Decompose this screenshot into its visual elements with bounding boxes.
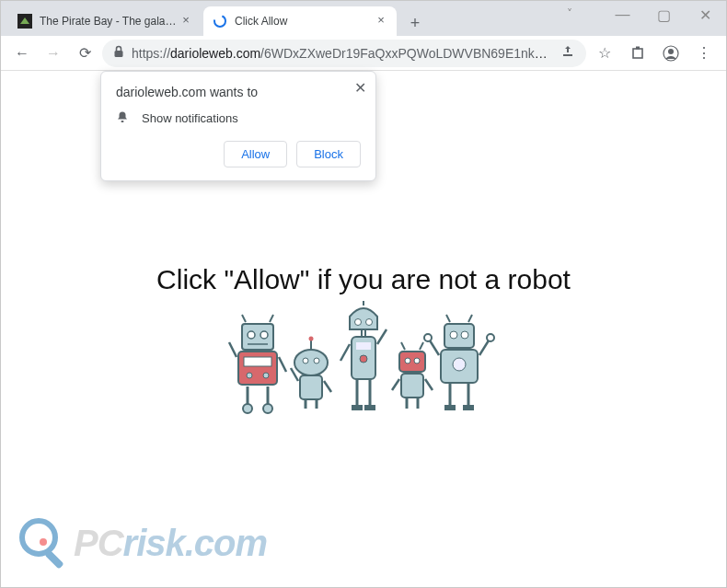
reload-button[interactable]: ⟳ (71, 40, 98, 67)
svg-rect-29 (300, 375, 322, 399)
toolbar-right: ☆ ⋮ (590, 39, 719, 68)
window-controls: — ▢ ✕ (602, 1, 726, 29)
svg-point-7 (668, 49, 674, 54)
svg-line-44 (377, 329, 387, 344)
svg-line-31 (324, 381, 331, 392)
toolbar: ← → ⟳ https://darioleweb.com/6WDxZXweDr1… (1, 36, 726, 71)
share-icon[interactable] (560, 44, 575, 62)
tab-close-button[interactable]: × (179, 15, 192, 28)
svg-line-55 (392, 379, 399, 390)
svg-rect-15 (244, 357, 271, 366)
svg-point-23 (263, 404, 272, 413)
svg-point-9 (248, 331, 255, 339)
svg-line-19 (279, 357, 286, 372)
svg-rect-5 (636, 46, 640, 49)
svg-rect-59 (444, 324, 474, 348)
new-tab-button[interactable]: + (402, 10, 428, 36)
menu-button[interactable]: ⋮ (689, 39, 719, 68)
svg-rect-72 (444, 405, 456, 410)
tab-click-allow[interactable]: Click Allow × (203, 6, 397, 36)
tab-title: The Pirate Bay - The galaxy's mo (40, 15, 179, 28)
tab-pirate-bay[interactable]: The Pirate Bay - The galaxy's mo × (8, 6, 202, 36)
profile-button[interactable] (656, 39, 686, 68)
pirate-favicon-icon (17, 14, 32, 29)
svg-rect-3 (563, 54, 572, 56)
svg-point-50 (405, 358, 410, 363)
notification-permission-popup: ✕ darioleweb.com wants to Show notificat… (100, 71, 376, 181)
bell-icon (116, 110, 131, 126)
spinner-favicon-icon (213, 14, 227, 29)
svg-rect-2 (115, 51, 123, 57)
permission-label: Show notifications (142, 111, 238, 125)
minimize-button[interactable]: — (602, 1, 643, 29)
svg-point-24 (294, 350, 328, 375)
svg-line-13 (270, 315, 273, 322)
tab-close-button[interactable]: × (375, 15, 387, 28)
forward-button[interactable]: → (40, 40, 67, 67)
svg-rect-74 (121, 121, 124, 122)
svg-line-43 (340, 344, 350, 361)
svg-line-52 (401, 342, 405, 350)
robots-illustration-icon (225, 301, 502, 421)
svg-line-12 (242, 315, 246, 322)
tab-search-button[interactable]: ˅ (556, 7, 583, 20)
svg-line-53 (420, 342, 423, 350)
svg-rect-54 (401, 374, 423, 398)
svg-point-69 (487, 334, 494, 341)
scam-headline: Click "Allow" if you are not a robot (1, 264, 726, 295)
svg-rect-48 (364, 405, 375, 410)
popup-close-button[interactable]: ✕ (354, 79, 366, 97)
back-button[interactable]: ← (8, 40, 36, 67)
svg-rect-49 (399, 352, 425, 372)
svg-line-56 (425, 379, 433, 390)
svg-rect-4 (633, 49, 642, 58)
bookmark-star-button[interactable]: ☆ (590, 39, 619, 68)
svg-point-16 (247, 373, 252, 378)
tab-title: Click Allow (235, 15, 375, 28)
svg-point-34 (355, 319, 362, 326)
svg-point-60 (450, 331, 457, 339)
svg-point-42 (360, 355, 367, 363)
extensions-button[interactable] (623, 39, 652, 68)
allow-button[interactable]: Allow (224, 141, 287, 167)
svg-line-68 (479, 340, 489, 355)
svg-rect-14 (238, 352, 277, 385)
svg-point-65 (453, 358, 466, 371)
pcrisk-watermark: PCrisk.com (19, 518, 267, 569)
watermark-text: PCrisk.com (74, 523, 267, 564)
svg-point-67 (424, 334, 432, 341)
svg-point-1 (214, 16, 225, 27)
magnifier-icon (19, 518, 70, 569)
lock-icon (113, 45, 124, 61)
svg-point-22 (243, 404, 252, 413)
svg-line-62 (446, 315, 450, 322)
svg-point-61 (461, 331, 468, 339)
popup-origin-label: darioleweb.com wants to (116, 85, 361, 99)
close-window-button[interactable]: ✕ (685, 1, 726, 29)
svg-rect-47 (352, 405, 363, 410)
svg-line-63 (468, 315, 472, 322)
svg-point-35 (366, 319, 373, 326)
block-button[interactable]: Block (296, 141, 361, 167)
svg-point-10 (260, 331, 268, 339)
svg-rect-8 (242, 324, 273, 350)
svg-point-25 (303, 358, 308, 363)
svg-point-51 (414, 358, 420, 363)
svg-line-66 (430, 340, 439, 355)
maximize-button[interactable]: ▢ (643, 1, 685, 29)
svg-point-17 (263, 373, 269, 378)
svg-rect-41 (356, 342, 371, 350)
svg-line-18 (229, 342, 237, 357)
svg-rect-73 (463, 405, 474, 410)
svg-point-28 (309, 337, 314, 341)
address-bar[interactable]: https://darioleweb.com/6WDxZXweDr19FaQxx… (102, 40, 586, 67)
svg-point-26 (314, 358, 319, 363)
url-text: https://darioleweb.com/6WDxZXweDr19FaQxx… (132, 46, 553, 61)
